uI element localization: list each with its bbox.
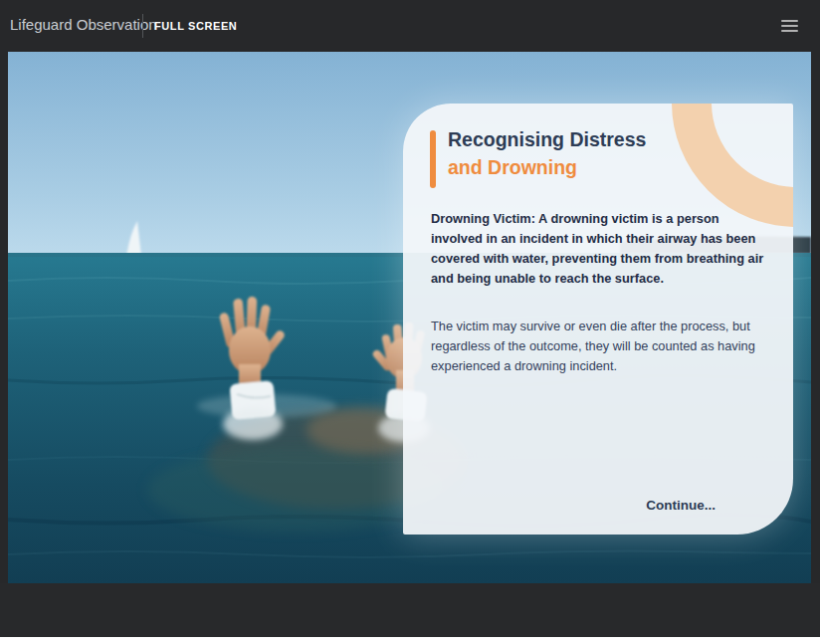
slide-stage: Recognising Distress and Drowning Drowni… — [8, 52, 811, 583]
player-controls-bar — [0, 583, 820, 637]
definition-paragraph: Drowning Victim: A drowning victim is a … — [431, 209, 771, 289]
body-paragraph: The victim may survive or even die after… — [431, 317, 771, 376]
content-card: Recognising Distress and Drowning Drowni… — [403, 104, 793, 535]
continue-button[interactable]: Continue... — [646, 498, 716, 513]
slide-title-line2: and Drowning — [448, 153, 646, 181]
course-title: Lifeguard Observation — [10, 16, 157, 33]
slide-title-line1: Recognising Distress — [448, 125, 646, 153]
course-player-window: Lifeguard Observation FULL SCREEN — [0, 0, 820, 637]
hamburger-menu-icon — [781, 20, 801, 32]
player-header: Lifeguard Observation FULL SCREEN — [0, 0, 820, 52]
slide-title: Recognising Distress and Drowning — [448, 125, 646, 181]
fullscreen-button[interactable]: FULL SCREEN — [154, 20, 237, 32]
hamburger-menu-button[interactable] — [781, 18, 801, 34]
header-divider — [142, 14, 143, 38]
title-accent-bar — [430, 130, 436, 188]
